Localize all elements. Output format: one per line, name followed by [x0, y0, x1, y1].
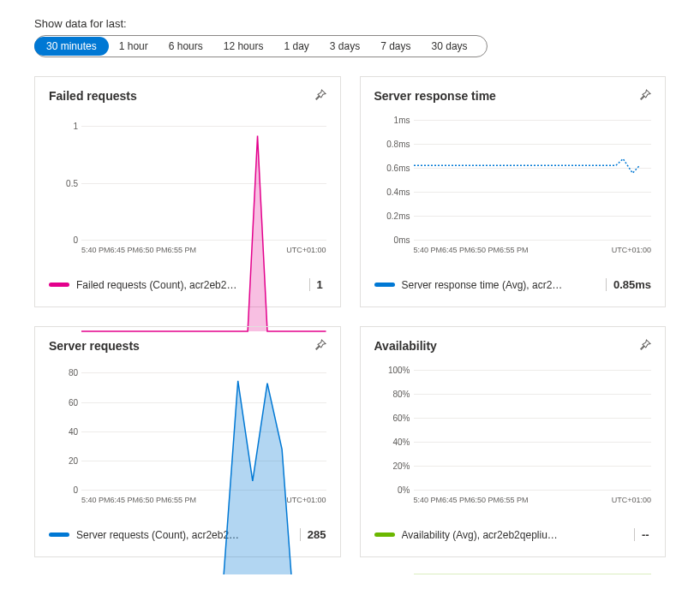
- x-axis: 5:40 PM 6:45 PM 6:50 PM 6:55 PM UTC+01:0…: [81, 496, 326, 504]
- plot-svg: [81, 361, 326, 574]
- card-server-response-time: Server response time 1ms 0.8ms 0.6ms 0.4…: [360, 76, 667, 307]
- pill-1-day[interactable]: 1 day: [273, 38, 319, 55]
- pin-icon[interactable]: [637, 337, 655, 354]
- timezone-label: UTC+01:00: [612, 246, 651, 254]
- plot-svg: [414, 361, 652, 574]
- card-title: Failed requests: [49, 89, 326, 103]
- ytick: 40: [69, 426, 78, 436]
- pill-1-hour[interactable]: 1 hour: [109, 38, 159, 55]
- xtick: 6:55 PM: [500, 496, 529, 504]
- x-axis: 5:40 PM 6:45 PM 6:50 PM 6:55 PM UTC+01:0…: [81, 246, 326, 254]
- chart-failed-requests: 1 0.5 0 5:40 PM 6:45 PM 6:50 PM 6:55 PM …: [49, 111, 326, 254]
- card-failed-requests: Failed requests 1 0.5 0 5:40 PM 6:45 PM …: [34, 76, 341, 307]
- timezone-label: UTC+01:00: [286, 496, 326, 504]
- plot-svg: [81, 111, 326, 356]
- xtick: 5:40 PM: [81, 496, 111, 504]
- xtick: 6:55 PM: [500, 246, 529, 254]
- x-axis: 5:40 PM 6:45 PM 6:50 PM 6:55 PM UTC+01:0…: [414, 496, 652, 504]
- card-title: Server requests: [49, 339, 326, 353]
- ytick: 80: [69, 368, 78, 378]
- pin-icon[interactable]: [313, 337, 330, 354]
- xtick: 6:50 PM: [471, 496, 500, 504]
- timerange-label: Show data for last:: [34, 17, 666, 30]
- ytick: 0: [73, 485, 78, 495]
- chart-server-response-time: 1ms 0.8ms 0.6ms 0.4ms 0.2ms 0ms 5:40 PM …: [374, 111, 652, 254]
- legend-swatch: [374, 283, 395, 287]
- chart-server-requests: 80 60 40 20 0 5:40 PM 6:45 PM 6:50 PM 6:…: [49, 361, 326, 504]
- card-availability: Availability 100% 80% 60% 40% 20% 0% 5:4…: [360, 326, 667, 557]
- ytick: 1: [73, 121, 78, 130]
- xtick: 6:50 PM: [471, 246, 500, 254]
- xtick: 6:45 PM: [111, 496, 140, 504]
- xtick: 5:40 PM: [414, 496, 443, 504]
- xtick: 6:45 PM: [111, 246, 140, 254]
- xtick: 6:50 PM: [139, 246, 168, 254]
- ytick: 60: [69, 397, 78, 407]
- pill-3-days[interactable]: 3 days: [320, 38, 370, 55]
- pin-icon[interactable]: [637, 87, 655, 104]
- xtick: 6:50 PM: [139, 496, 168, 504]
- pin-icon[interactable]: [313, 87, 330, 104]
- card-title: Server response time: [374, 89, 652, 103]
- legend-swatch: [49, 283, 69, 287]
- card-server-requests: Server requests 80 60 40 20 0 5:40 PM 6:…: [34, 326, 341, 557]
- timezone-label: UTC+01:00: [612, 496, 651, 504]
- legend-swatch: [374, 533, 395, 537]
- card-title: Availability: [374, 339, 652, 353]
- pill-12-hours[interactable]: 12 hours: [213, 38, 274, 55]
- plot-svg: [414, 111, 652, 349]
- legend-swatch: [49, 533, 69, 537]
- timerange-pills: 30 minutes 1 hour 6 hours 12 hours 1 day…: [34, 35, 488, 57]
- xtick: 6:55 PM: [168, 246, 197, 254]
- pill-30-minutes[interactable]: 30 minutes: [34, 37, 109, 56]
- ytick: 0.5: [66, 178, 78, 187]
- xtick: 6:45 PM: [442, 496, 471, 504]
- xtick: 5:40 PM: [414, 246, 443, 254]
- timezone-label: UTC+01:00: [286, 246, 326, 254]
- ytick: 0: [73, 235, 78, 245]
- chart-availability: 100% 80% 60% 40% 20% 0% 5:40 PM 6:45 PM …: [374, 361, 652, 504]
- pill-7-days[interactable]: 7 days: [370, 38, 421, 55]
- xtick: 5:40 PM: [81, 246, 111, 254]
- x-axis: 5:40 PM 6:45 PM 6:50 PM 6:55 PM UTC+01:0…: [414, 246, 652, 254]
- pill-6-hours[interactable]: 6 hours: [159, 38, 213, 55]
- pill-30-days[interactable]: 30 days: [422, 38, 478, 55]
- xtick: 6:55 PM: [168, 496, 197, 504]
- ytick: 20: [69, 456, 78, 466]
- xtick: 6:45 PM: [442, 246, 471, 254]
